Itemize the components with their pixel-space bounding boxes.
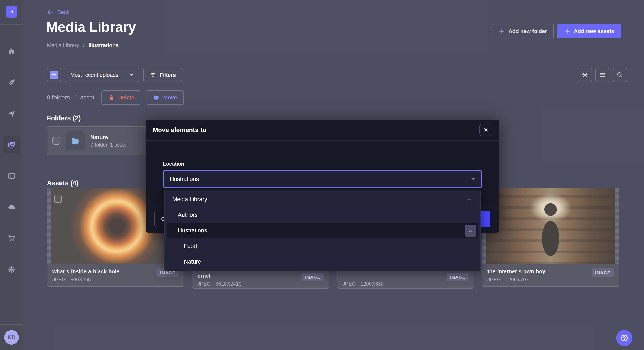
modal-title: Move elements to (153, 126, 206, 134)
gear-icon (581, 71, 588, 79)
dropdown-option-media-library[interactable]: Media Library (167, 192, 478, 207)
arrow-left-icon (46, 9, 54, 16)
search-button[interactable] (613, 68, 627, 82)
modal-body: Location Illustrations (146, 141, 499, 188)
library-photo-image (486, 188, 615, 264)
sidebar-item-media-library[interactable] (3, 136, 20, 153)
chevron-up-icon[interactable] (467, 197, 472, 202)
home-icon (7, 47, 16, 56)
location-dropdown: Media Library Authors Illustrations Food… (164, 190, 481, 271)
layout-icon (7, 172, 16, 180)
add-folder-button[interactable]: Add new folder (492, 24, 554, 39)
sidebar-item-marketplace[interactable] (3, 230, 20, 247)
asset-name (342, 273, 384, 279)
dropdown-option-nature[interactable]: Nature (167, 254, 478, 269)
filter-icon (150, 72, 156, 78)
header-actions: Add new folder Add new assets (492, 24, 621, 39)
asset-meta: JPEG - 1200X630 (342, 281, 384, 287)
folder-meta: 0 folder, 1 asset (90, 142, 126, 148)
modal-header: Move elements to (146, 120, 499, 141)
indeterminate-checkbox (50, 71, 58, 79)
add-assets-button[interactable]: Add new assets (557, 24, 621, 39)
media-library-icon (7, 140, 16, 149)
list-icon (599, 71, 606, 79)
select-all-checkbox[interactable] (47, 68, 61, 82)
sidebar-footer: KD (0, 324, 23, 350)
trash-icon (108, 94, 114, 101)
folder-icon (153, 94, 160, 101)
cart-icon (7, 234, 16, 242)
search-icon (616, 71, 624, 79)
folder-icon-box (66, 131, 85, 150)
asset-name: ernet (198, 273, 242, 279)
breadcrumb-current: Illustrations (88, 42, 118, 49)
list-view-button[interactable] (596, 68, 610, 82)
delete-button[interactable]: Delete (101, 91, 141, 105)
sidebar-item-home[interactable] (3, 43, 20, 60)
view-controls (578, 68, 627, 82)
filters-button[interactable]: Filters (143, 68, 182, 82)
selection-summary: 0 folders - 1 asset (47, 94, 94, 101)
back-link[interactable]: Back (46, 9, 70, 16)
breadcrumb: Media Library / Illustrations (47, 42, 118, 49)
asset-meta: JPEG - 1200X707 (488, 277, 545, 282)
sidebar-item-cloud[interactable] (3, 198, 20, 216)
dropdown-option-illustrations[interactable]: Illustrations (167, 223, 478, 238)
sidebar-item-content-manager[interactable] (3, 167, 20, 184)
asset-caption: the-internet-s-own-boy JPEG - 1200X707 I… (482, 264, 619, 286)
strapi-logo-icon (8, 8, 15, 15)
back-label: Back (57, 9, 70, 16)
feather-icon (7, 78, 16, 87)
chevron-down-icon (471, 178, 475, 180)
folder-info: Nature 0 folder, 1 asset (90, 134, 126, 148)
asset-caption: what-s-inside-a-black-hole JPEG - 800X46… (47, 264, 184, 286)
paper-plane-icon (7, 109, 16, 118)
help-button[interactable] (616, 330, 632, 346)
sidebar: KD (0, 0, 24, 350)
location-select[interactable]: Illustrations (163, 170, 482, 188)
sidebar-item-settings[interactable] (3, 261, 20, 278)
question-icon (620, 334, 629, 342)
chevron-down-icon (130, 74, 134, 76)
folder-icon (70, 136, 80, 146)
media-library-page: KD Back Media Library Media Library / Il… (0, 0, 644, 350)
avatar[interactable]: KD (4, 330, 19, 345)
asset-type-badge: IMAGE (592, 268, 614, 277)
plus-icon (498, 28, 505, 34)
asset-name: the-internet-s-own-boy (488, 268, 545, 275)
assets-heading: Assets (4) (47, 179, 78, 187)
sidebar-item-content[interactable] (3, 74, 20, 91)
asset-type-badge: IMAGE (446, 273, 469, 281)
asset-thumbnail (482, 188, 619, 264)
collapse-button[interactable] (465, 224, 476, 237)
strapi-logo[interactable] (6, 6, 18, 18)
settings-button[interactable] (578, 68, 592, 82)
close-button[interactable] (479, 124, 492, 136)
asset-checkbox[interactable] (54, 195, 62, 203)
sort-select[interactable]: Most recent uploads (65, 68, 139, 82)
folder-checkbox[interactable] (52, 137, 60, 145)
close-icon (483, 127, 488, 133)
breadcrumb-parent[interactable]: Media Library (47, 42, 79, 49)
move-button[interactable]: Move (146, 91, 184, 105)
asset-type-badge: IMAGE (302, 273, 324, 281)
chevron-up-icon (468, 228, 473, 233)
cloud-icon (7, 203, 16, 211)
breadcrumb-separator: / (83, 42, 84, 49)
asset-name: what-s-inside-a-black-hole (52, 268, 120, 275)
location-label: Location (163, 161, 482, 167)
dropdown-option-authors[interactable]: Authors (167, 207, 478, 223)
location-select-value: Illustrations (170, 176, 199, 182)
asset-card-internets-own-boy[interactable]: the-internet-s-own-boy JPEG - 1200X707 I… (482, 188, 619, 287)
plus-icon (564, 28, 570, 34)
asset-meta: JPEG - 800X466 (52, 277, 120, 282)
dropdown-option-food[interactable]: Food (167, 238, 478, 254)
sidebar-item-releases[interactable] (3, 105, 20, 122)
gear-icon (7, 265, 16, 274)
folders-heading: Folders (2) (47, 114, 80, 122)
toolbar: Most recent uploads Filters (47, 68, 182, 82)
page-title: Media Library (46, 19, 136, 35)
sidebar-divider (0, 24, 23, 25)
asset-meta: JPEG - 3628X2419 (198, 281, 242, 287)
selection-row: 0 folders - 1 asset Delete Move (47, 91, 184, 105)
